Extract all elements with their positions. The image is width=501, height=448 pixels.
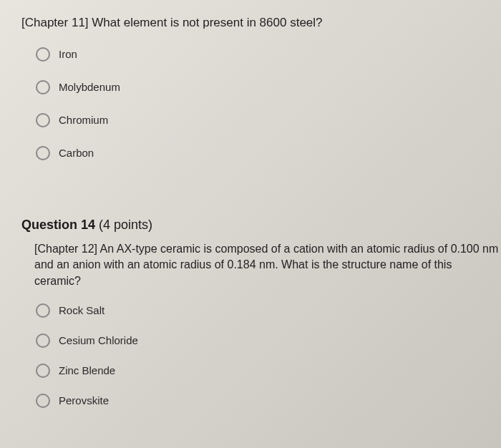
radio-icon xyxy=(36,47,50,62)
question-2-options: Rock Salt Cesium Chloride Zinc Blende Pe… xyxy=(36,303,501,408)
option-label: Rock Salt xyxy=(59,304,104,316)
option-zinc-blende[interactable]: Zinc Blende xyxy=(36,364,501,378)
question-block-1: [Chapter 11] What element is not present… xyxy=(21,14,501,160)
option-label: Carbon xyxy=(59,147,94,159)
option-label: Molybdenum xyxy=(59,81,120,93)
question-block-2: Question 14 (4 points) [Chapter 12] An A… xyxy=(21,218,501,408)
question-points: (4 points) xyxy=(99,218,152,232)
question-2-text: [Chapter 12] An AX-type ceramic is compo… xyxy=(34,241,501,289)
option-label: Cesium Chloride xyxy=(59,334,138,346)
option-perovskite[interactable]: Perovskite xyxy=(36,394,501,408)
option-label: Iron xyxy=(59,48,77,60)
radio-icon xyxy=(36,333,50,348)
option-chromium[interactable]: Chromium xyxy=(36,113,501,127)
spacer xyxy=(21,182,501,196)
radio-icon xyxy=(36,113,50,127)
option-cesium-chloride[interactable]: Cesium Chloride xyxy=(36,333,501,348)
question-1-options: Iron Molybdenum Chromium Carbon xyxy=(36,47,501,160)
radio-icon xyxy=(36,146,50,160)
option-rock-salt[interactable]: Rock Salt xyxy=(36,303,501,318)
option-molybdenum[interactable]: Molybdenum xyxy=(36,80,501,94)
radio-icon xyxy=(36,364,50,378)
radio-icon xyxy=(36,394,50,408)
option-iron[interactable]: Iron xyxy=(36,47,501,62)
question-1-text: [Chapter 11] What element is not present… xyxy=(21,14,501,31)
option-label: Chromium xyxy=(59,114,108,126)
radio-icon xyxy=(36,303,50,318)
option-carbon[interactable]: Carbon xyxy=(36,146,501,160)
option-label: Perovskite xyxy=(59,394,109,406)
question-2-header: Question 14 (4 points) xyxy=(21,218,501,233)
option-label: Zinc Blende xyxy=(59,364,115,376)
question-number: Question 14 xyxy=(21,218,95,232)
radio-icon xyxy=(36,80,50,94)
